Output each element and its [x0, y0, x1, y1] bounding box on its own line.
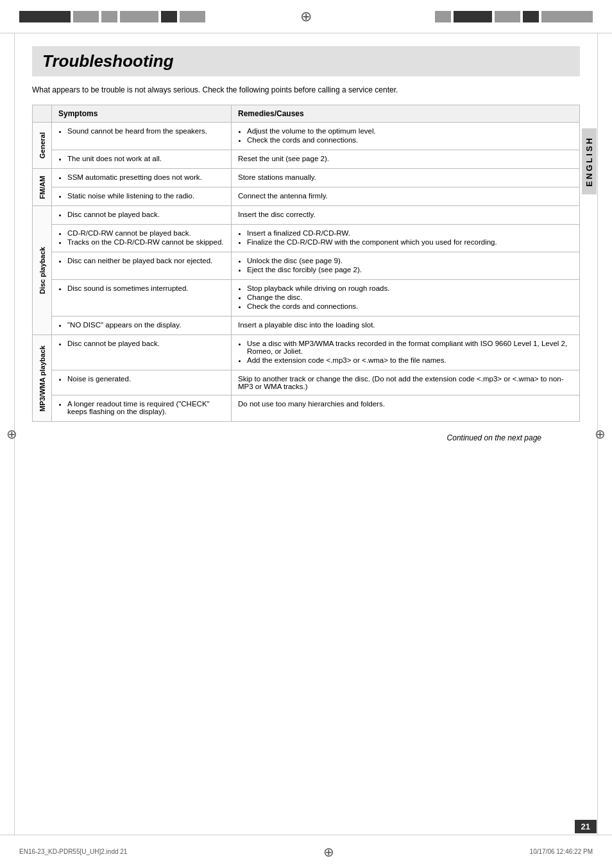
symptom-cell: Disc cannot be played back. [52, 206, 232, 225]
symptom-cell: A longer readout time is required ("CHEC… [52, 395, 232, 422]
english-label: ENGLISH [582, 128, 597, 195]
bar-block-1 [19, 11, 71, 22]
list-item: Add the extension code <.mp3> or <.wma> … [247, 356, 573, 364]
table-row: Disc sound is sometimes interrupted. Sto… [33, 280, 580, 317]
symptom-cell: Sound cannot be heard from the speakers. [52, 123, 232, 150]
bottom-center [313, 843, 344, 861]
bar-block-6 [180, 11, 205, 22]
symptom-cell: "NO DISC" appears on the display. [52, 317, 232, 335]
list-item: Disc can neither be played back nor ejec… [67, 257, 225, 265]
bottom-crosshair [319, 843, 337, 861]
remedy-cell: Unlock the disc (see page 9). Eject the … [232, 252, 580, 280]
list-item: Static noise while listening to the radi… [67, 192, 225, 200]
category-general: General [33, 123, 52, 169]
troubleshoot-table: Symptoms Remedies/Causes General Sound c… [32, 105, 580, 422]
top-center-crosshair [297, 8, 315, 26]
list-item: Sound cannot be heard from the speakers. [67, 127, 225, 135]
remedy-cell: Insert a playable disc into the loading … [232, 317, 580, 335]
remedy-cell: Do not use too many hierarchies and fold… [232, 395, 580, 422]
list-item: Disc sound is sometimes interrupted. [67, 284, 225, 292]
list-item: Disc cannot be played back. [67, 340, 225, 347]
category-mp3wma: MP3/WMA playback [33, 335, 52, 422]
intro-text: What appears to be trouble is not always… [32, 85, 580, 94]
bottom-right-text: 10/17/06 12:46:22 PM [530, 848, 593, 855]
symptom-cell: Noise is generated. [52, 370, 232, 395]
bar-block-r1 [435, 11, 451, 22]
col-header-symptoms: Symptoms [52, 105, 232, 123]
list-item: Check the cords and connections. [247, 136, 573, 144]
top-bar-right-blocks [435, 11, 593, 22]
right-crosshair: ⊕ [595, 426, 606, 442]
bar-block-2 [73, 11, 99, 22]
page-title: Troubleshooting [32, 46, 580, 76]
list-item: Disc cannot be played back. [67, 211, 225, 218]
table-row: The unit does not work at all. Reset the… [33, 150, 580, 169]
table-row: FM/AM SSM automatic presetting does not … [33, 169, 580, 187]
remedy-cell: Adjust the volume to the optimum level. … [232, 123, 580, 150]
list-item: Use a disc with MP3/WMA tracks recorded … [247, 340, 573, 355]
list-item: Noise is generated. [67, 375, 225, 383]
table-row: Disc can neither be played back nor ejec… [33, 252, 580, 280]
list-item: Unlock the disc (see page 9). [247, 257, 573, 265]
list-item: Finalize the CD-R/CD-RW with the compone… [247, 238, 573, 246]
table-row: Static noise while listening to the radi… [33, 187, 580, 206]
top-bar-left-blocks [19, 11, 205, 22]
remedy-cell: Stop playback while driving on rough roa… [232, 280, 580, 317]
list-item: "NO DISC" appears on the display. [67, 321, 225, 329]
category-disc-playback: Disc playback [33, 206, 52, 335]
remedy-cell: Insert a finalized CD-R/CD-RW. Finalize … [232, 225, 580, 252]
left-crosshair: ⊕ [6, 426, 17, 442]
symptom-cell: Static noise while listening to the radi… [52, 187, 232, 206]
bar-block-3 [101, 11, 117, 22]
table-row: "NO DISC" appears on the display. Insert… [33, 317, 580, 335]
list-item: Tracks on the CD-R/CD-RW cannot be skipp… [67, 238, 225, 246]
table-row: MP3/WMA playback Disc cannot be played b… [33, 335, 580, 370]
bottom-left-text: EN16-23_KD-PDR55[U_UH]2.indd 21 [19, 848, 127, 855]
page: ⊕ ⊕ ENGLISH Troubleshooting What appears… [0, 0, 612, 868]
list-item: CD-R/CD-RW cannot be played back. [67, 229, 225, 237]
bar-block-4 [120, 11, 158, 22]
bar-block-r2 [454, 11, 492, 22]
list-item: SSM automatic presetting does not work. [67, 173, 225, 181]
col-header-remedies: Remedies/Causes [232, 105, 580, 123]
symptom-cell: Disc sound is sometimes interrupted. [52, 280, 232, 317]
list-item: The unit does not work at all. [67, 155, 225, 162]
bar-block-r3 [495, 11, 520, 22]
table-row: General Sound cannot be heard from the s… [33, 123, 580, 150]
table-row: Disc playback Disc cannot be played back… [33, 206, 580, 225]
list-item: A longer readout time is required ("CHEC… [67, 400, 225, 415]
category-fmam: FM/AM [33, 169, 52, 206]
bar-block-r5 [541, 11, 593, 22]
list-item: Adjust the volume to the optimum level. [247, 127, 573, 135]
table-row: A longer readout time is required ("CHEC… [33, 395, 580, 422]
remedy-cell: Use a disc with MP3/WMA tracks recorded … [232, 335, 580, 370]
remedy-cell: Store stations manually. [232, 169, 580, 187]
list-item: Check the cords and connections. [247, 302, 573, 310]
bottom-bar: EN16-23_KD-PDR55[U_UH]2.indd 21 10/17/06… [0, 835, 612, 868]
symptom-cell: CD-R/CD-RW cannot be played back. Tracks… [52, 225, 232, 252]
continued-text: Continued on the next page [32, 433, 580, 442]
bar-block-5 [161, 11, 177, 22]
page-number: 21 [575, 820, 597, 833]
remedy-cell: Insert the disc correctly. [232, 206, 580, 225]
list-item: Change the disc. [247, 293, 573, 301]
table-row: Noise is generated. Skip to another trac… [33, 370, 580, 395]
bar-block-r4 [523, 11, 539, 22]
top-bar [0, 0, 612, 33]
symptom-cell: The unit does not work at all. [52, 150, 232, 169]
list-item: Insert a finalized CD-R/CD-RW. [247, 229, 573, 237]
list-item: Eject the disc forcibly (see page 2). [247, 266, 573, 273]
main-content: Troubleshooting What appears to be troub… [19, 33, 593, 455]
table-row: CD-R/CD-RW cannot be played back. Tracks… [33, 225, 580, 252]
remedy-cell: Skip to another track or change the disc… [232, 370, 580, 395]
list-item: Stop playback while driving on rough roa… [247, 284, 573, 292]
symptom-cell: Disc cannot be played back. [52, 335, 232, 370]
col-header-spacer [33, 105, 52, 123]
symptom-cell: Disc can neither be played back nor ejec… [52, 252, 232, 280]
remedy-cell: Connect the antenna firmly. [232, 187, 580, 206]
remedy-cell: Reset the unit (see page 2). [232, 150, 580, 169]
symptom-cell: SSM automatic presetting does not work. [52, 169, 232, 187]
